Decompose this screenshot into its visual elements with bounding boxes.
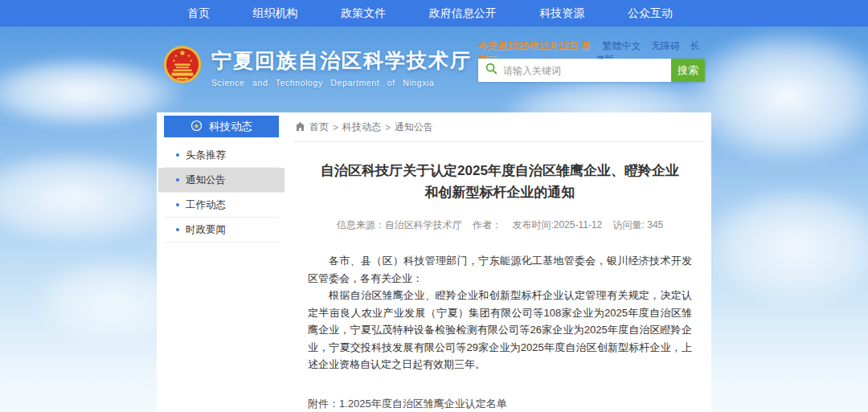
star-circle-icon	[190, 120, 203, 134]
nav-item-organization[interactable]: 组织机构	[253, 6, 298, 21]
sidebar-item-label: 工作动态	[186, 198, 226, 212]
sidebar-item-headlines[interactable]: 头条推荐	[164, 143, 279, 168]
breadcrumb-separator: >	[385, 122, 391, 133]
national-emblem-logo	[162, 44, 203, 91]
attachments-label: 附件：	[308, 395, 339, 412]
nav-item-policy[interactable]: 政策文件	[341, 6, 386, 21]
sidebar-item-notices[interactable]: 通知公告	[158, 168, 285, 193]
breadcrumb-separator: >	[333, 122, 338, 133]
nav-item-gov-info[interactable]: 政府信息公开	[429, 6, 497, 21]
meta-source: 信息来源：自治区科学技术厅	[337, 219, 462, 230]
site-header[interactable]: 宁夏回族自治区科学技术厅 Science and Technology Depa…	[162, 44, 472, 91]
breadcrumb-home[interactable]: 首页	[309, 120, 329, 134]
article-title-line2: 和创新型标杆企业的通知	[308, 182, 692, 203]
sidebar-item-current-affairs[interactable]: 时政要闻	[164, 218, 279, 243]
site-subtitle: Science and Technology Department of Nin…	[211, 78, 472, 88]
attachment-link-1[interactable]: 1.2025年度自治区雏鹰企业认定名单	[339, 395, 538, 412]
meta-visits: 访问量: 345	[613, 219, 664, 230]
sidebar: 科技动态 头条推荐 通知公告 工作动态 时政要闻	[164, 116, 279, 243]
bullet-dot-icon	[176, 228, 179, 231]
breadcrumb: 首页 > 科技动态 > 通知公告	[293, 112, 706, 142]
top-navigation-bar: 首页 组织机构 政策文件 政府信息公开 科技资源 公众互动	[0, 0, 868, 27]
sidebar-item-label: 通知公告	[186, 173, 226, 187]
bullet-dot-icon	[176, 203, 179, 206]
article-body: 各市、县（区）科技管理部门，宁东能源化工基地管委会，银川经济技术开发区管委会，各…	[308, 252, 692, 373]
sidebar-item-label: 时政要闻	[186, 223, 226, 237]
nav-item-resources[interactable]: 科技资源	[539, 6, 584, 21]
article-meta: 信息来源：自治区科学技术厅 作者： 发布时间:2025-11-12 访问量: 3…	[308, 218, 692, 232]
sidebar-item-work-updates[interactable]: 工作动态	[164, 193, 279, 218]
sidebar-item-label: 头条推荐	[186, 149, 226, 162]
home-icon	[295, 121, 305, 134]
main-content-card: 科技动态 头条推荐 通知公告 工作动态 时政要闻	[157, 112, 711, 412]
article-title-line1: 自治区科技厅关于认定2025年度自治区雏鹰企业、瞪羚企业	[308, 160, 692, 182]
article: 自治区科技厅关于认定2025年度自治区雏鹰企业、瞪羚企业 和创新型标杆企业的通知…	[293, 160, 706, 412]
meta-publish-time: 发布时间:2025-11-12	[512, 219, 602, 230]
sidebar-title: 科技动态	[209, 120, 252, 134]
article-title: 自治区科技厅关于认定2025年度自治区雏鹰企业、瞪羚企业 和创新型标杆企业的通知	[308, 160, 692, 203]
cloud-decoration	[699, 185, 868, 305]
meta-author: 作者：	[473, 219, 502, 230]
breadcrumb-tech-news[interactable]: 科技动态	[342, 120, 381, 134]
attachments-block: 附件： 1.2025年度自治区雏鹰企业认定名单 2.2025年度自治区瞪羚企业认…	[308, 395, 692, 412]
content-area: 首页 > 科技动态 > 通知公告 自治区科技厅关于认定2025年度自治区雏鹰企业…	[293, 112, 706, 412]
link-accessibility[interactable]: 无障碍	[651, 40, 680, 51]
site-title: 宁夏回族自治区科学技术厅	[211, 47, 472, 74]
search-button[interactable]: 搜索	[671, 59, 705, 82]
bullet-dot-icon	[176, 153, 179, 157]
article-paragraph: 各市、县（区）科技管理部门，宁东能源化工基地管委会，银川经济技术开发区管委会，各…	[308, 252, 692, 287]
search-input[interactable]	[503, 65, 664, 76]
search-box	[478, 59, 671, 82]
nav-item-interaction[interactable]: 公众互动	[628, 6, 673, 21]
bullet-dot-icon	[176, 178, 179, 182]
article-paragraph: 根据自治区雏鹰企业、瞪羚企业和创新型标杆企业认定管理有关规定，决定认定半亩良人农…	[308, 287, 692, 373]
sidebar-header: 科技动态	[164, 116, 279, 137]
search-bar: 搜索	[478, 59, 705, 82]
breadcrumb-notices[interactable]: 通知公告	[395, 120, 433, 134]
link-traditional-chinese[interactable]: 繁體中文	[603, 40, 641, 51]
search-icon	[485, 63, 497, 78]
nav-item-home[interactable]: 首页	[187, 6, 210, 21]
